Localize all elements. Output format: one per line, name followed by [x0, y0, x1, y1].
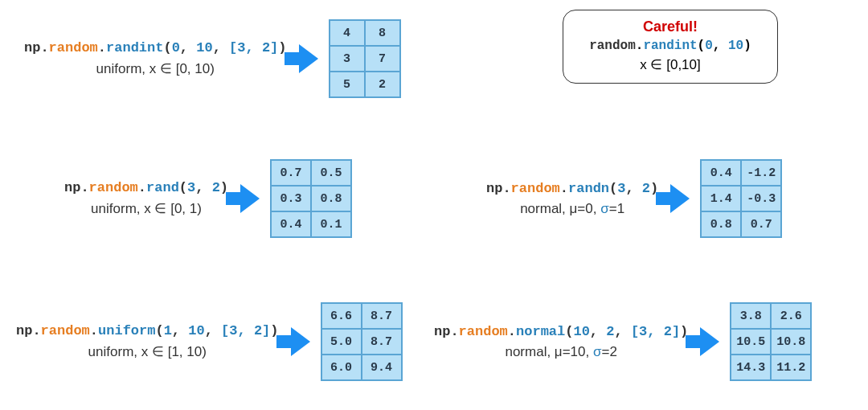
desc-text: uniform, x: [96, 61, 160, 76]
grid-cell: 0.7: [271, 160, 311, 186]
random-kw: random: [589, 39, 636, 53]
normal-code: np.random.normal(10, 2, [3, 2]): [434, 324, 688, 339]
dot: .: [508, 324, 516, 339]
arg: 3: [617, 181, 625, 196]
grid-cell: 9.4: [362, 355, 402, 380]
random-kw: random: [89, 180, 138, 195]
panel-rand: np.random.rand(3, 2) uniform, x ∈ [0, 1)…: [64, 159, 352, 238]
comma: ,: [205, 323, 221, 338]
arg: 2: [606, 324, 614, 339]
grid-cell: 0.4: [271, 211, 311, 237]
open-paren: (: [163, 40, 171, 55]
grid-cell: 0.7: [741, 211, 781, 237]
dot: .: [636, 39, 644, 53]
range-val: [0,10]: [662, 57, 700, 72]
comma: ,: [172, 323, 188, 338]
randn-desc: normal, μ=0, σ=1: [486, 201, 658, 217]
range-pre: x: [640, 57, 650, 72]
desc-text: normal, μ=10,: [505, 344, 593, 359]
desc-range: [0, 10): [172, 61, 215, 76]
randn-code: np.random.randn(3, 2): [486, 181, 658, 196]
careful-box: Careful! random.randint(0, 10) x ∈ [0,10…: [563, 10, 778, 84]
desc-text: uniform, x: [91, 201, 154, 216]
panel-randn: np.random.randn(3, 2) normal, μ=0, σ=1 0…: [486, 159, 782, 238]
open-paren: (: [565, 324, 573, 339]
normal-grid: 3.8 2.6 10.5 10.8 14.3 11.2: [730, 302, 812, 381]
grid-cell: 0.4: [701, 160, 741, 186]
fn-randn: randn: [568, 181, 609, 196]
uniform-text: np.random.uniform(1, 10, [3, 2]) uniform…: [16, 323, 279, 360]
randint-code: np.random.randint(0, 10, [3, 2]): [24, 40, 287, 55]
grid-cell: -1.2: [741, 160, 781, 186]
arg: 10: [188, 323, 204, 338]
element-of: ∈: [154, 201, 166, 216]
close-paren: ): [743, 39, 751, 53]
element-of: ∈: [160, 61, 172, 76]
uniform-desc: uniform, x ∈ [1, 10): [16, 343, 279, 360]
fn-randint: randint: [643, 39, 697, 53]
np-prefix: np.: [16, 323, 41, 338]
grid-cell: 0.5: [311, 160, 351, 186]
fn-randint: randint: [106, 40, 163, 55]
panel-uniform: np.random.uniform(1, 10, [3, 2]) uniform…: [16, 302, 403, 381]
careful-title: Careful!: [575, 18, 766, 35]
np-prefix: np.: [24, 40, 49, 55]
np-prefix: np.: [64, 180, 89, 195]
grid-cell: 6.0: [321, 355, 362, 380]
grid-cell: 8.7: [362, 303, 402, 329]
element-of: ∈: [152, 344, 164, 359]
grid-cell: 6.6: [321, 303, 362, 329]
comma: ,: [614, 324, 630, 339]
comma: ,: [590, 324, 606, 339]
open-paren: (: [698, 39, 706, 53]
dot: .: [560, 181, 568, 196]
np-prefix: np.: [486, 181, 511, 196]
fn-normal: normal: [516, 324, 565, 339]
panel-normal: np.random.normal(10, 2, [3, 2]) normal, …: [434, 302, 812, 381]
arg: 0: [705, 39, 713, 53]
grid-cell: 8: [365, 20, 400, 46]
comma: ,: [180, 40, 196, 55]
normal-text: np.random.normal(10, 2, [3, 2]) normal, …: [434, 324, 688, 360]
randn-grid: 0.4 -1.2 1.4 -0.3 0.8 0.7: [700, 159, 782, 238]
comma: ,: [213, 40, 229, 55]
grid-cell: -0.3: [741, 186, 781, 211]
sigma: σ: [600, 201, 609, 216]
arg: 0: [172, 40, 180, 55]
arg: [3, 2]: [631, 324, 680, 339]
random-kw: random: [49, 40, 98, 55]
grid-cell: 14.3: [731, 355, 771, 380]
grid-cell: 4: [330, 20, 365, 46]
rand-grid: 0.7 0.5 0.3 0.8 0.4 0.1: [270, 159, 352, 238]
grid-cell: 3.8: [731, 303, 771, 329]
grid-cell: 0.8: [701, 211, 741, 237]
sigma: σ: [593, 344, 602, 359]
dot: .: [90, 323, 98, 338]
arg: 2: [212, 180, 220, 195]
grid-cell: 0.3: [271, 186, 311, 211]
rand-code: np.random.rand(3, 2): [64, 180, 228, 195]
arg: 10: [196, 40, 212, 55]
arg: 10: [573, 324, 589, 339]
open-paren: (: [155, 323, 163, 338]
fn-rand: rand: [146, 180, 179, 195]
desc-range: [0, 1): [166, 201, 201, 216]
grid-cell: 11.2: [771, 355, 811, 380]
fn-uniform: uniform: [98, 323, 155, 338]
arg: [3, 2]: [221, 323, 270, 338]
normal-desc: normal, μ=10, σ=2: [434, 344, 688, 360]
uniform-grid: 6.6 8.7 5.0 8.7 6.0 9.4: [321, 302, 403, 381]
dot: .: [98, 40, 106, 55]
comma: ,: [713, 39, 728, 53]
careful-range: x ∈ [0,10]: [575, 56, 766, 73]
desc-text: uniform, x: [88, 344, 152, 359]
arg: 1: [164, 323, 172, 338]
arg: 2: [642, 181, 650, 196]
grid-cell: 2.6: [771, 303, 811, 329]
uniform-code: np.random.uniform(1, 10, [3, 2]): [16, 323, 279, 338]
comma: ,: [195, 180, 211, 195]
sigma-val: =2: [601, 344, 616, 359]
grid-cell: 10.8: [771, 329, 811, 355]
grid-cell: 7: [365, 46, 400, 72]
grid-cell: 0.8: [311, 186, 351, 211]
